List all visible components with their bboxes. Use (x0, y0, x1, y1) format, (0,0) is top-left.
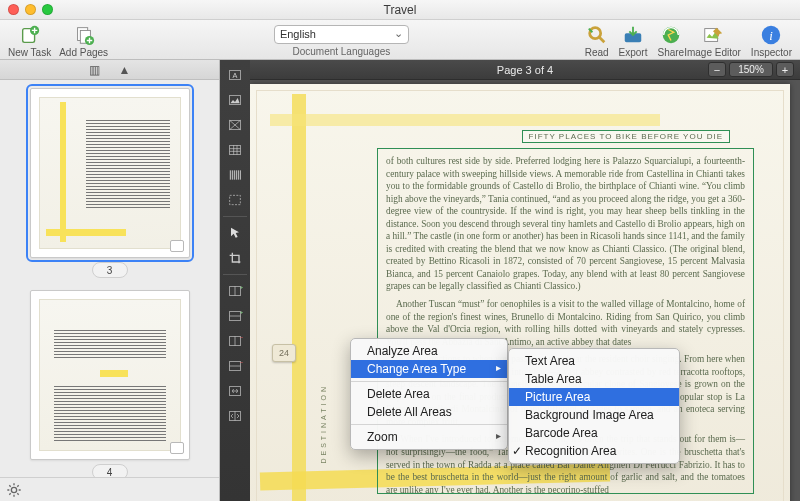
zoom-value[interactable]: 150% (729, 62, 773, 77)
add-horizontal-split-icon[interactable]: + (223, 305, 247, 327)
menu-item-change-area-type[interactable]: Change Area Type (351, 360, 507, 378)
page-highlight-stripe (292, 94, 306, 501)
thumbnail-page-status-icon (170, 240, 184, 252)
area-tool-strip: A + + − − (220, 60, 250, 501)
merge-cells-icon[interactable] (223, 380, 247, 402)
new-task-button[interactable]: New Task (8, 24, 51, 58)
thumbs-view-grid-icon[interactable]: ▥ (87, 63, 103, 77)
menu-item-zoom[interactable]: Zoom (351, 428, 507, 446)
svg-rect-17 (230, 195, 241, 204)
thumbnails-header: ▥ ▲ (0, 60, 219, 80)
thumbnails-list[interactable]: 3 4 (0, 80, 219, 477)
menu-item-delete-all-areas[interactable]: Delete All Areas (351, 403, 507, 421)
zoom-out-button[interactable]: − (708, 62, 726, 77)
read-icon (586, 24, 608, 46)
thumbnail-page-number: 4 (92, 464, 128, 477)
barcode-area-tool-icon[interactable] (223, 164, 247, 186)
thumbnails-gear-icon[interactable] (6, 482, 22, 498)
document-header: Page 3 of 4 − 150% + (250, 60, 800, 80)
new-task-icon (19, 24, 41, 46)
background-area-tool-icon[interactable] (223, 114, 247, 136)
thumbnail-page[interactable] (30, 88, 190, 258)
page-paragraph: of both cultures rest side by side. Pref… (386, 155, 745, 293)
image-editor-button[interactable]: Image Editor (684, 24, 741, 58)
split-cells-icon[interactable] (223, 405, 247, 427)
remove-vertical-split-icon[interactable]: − (223, 330, 247, 352)
svg-text:i: i (770, 28, 774, 42)
crop-tool-icon[interactable] (223, 247, 247, 269)
svg-text:A: A (233, 71, 238, 80)
context-submenu-area-type: Text Area Table Area Picture Area Backgr… (508, 348, 680, 464)
submenu-item-picture-area[interactable]: Picture Area (509, 388, 679, 406)
image-editor-label: Image Editor (684, 47, 741, 58)
menu-separator (351, 424, 507, 425)
zoom-in-button[interactable]: + (776, 62, 794, 77)
submenu-item-text-area[interactable]: Text Area (509, 352, 679, 370)
document-language-label: Document Languages (292, 46, 390, 57)
picture-area-tool-icon[interactable] (223, 89, 247, 111)
submenu-item-barcode-area[interactable]: Barcode Area (509, 424, 679, 442)
page-indicator: Page 3 of 4 (497, 64, 553, 76)
add-pages-icon (73, 24, 95, 46)
new-task-label: New Task (8, 47, 51, 58)
page-margin-label: DESTINATION (320, 384, 327, 464)
thumbnail-page-status-icon (170, 442, 184, 454)
read-button[interactable]: Read (585, 24, 609, 58)
remove-horizontal-split-icon[interactable]: − (223, 355, 247, 377)
thumbs-view-warning-icon[interactable]: ▲ (117, 63, 133, 77)
thumbnail-page[interactable] (30, 290, 190, 460)
svg-point-11 (11, 487, 16, 492)
submenu-item-background-image-area[interactable]: Background Image Area (509, 406, 679, 424)
document-language-value: English (280, 28, 316, 40)
table-area-tool-icon[interactable] (223, 139, 247, 161)
document-language-select[interactable]: English (274, 25, 409, 44)
thumbnails-pane: ▥ ▲ 3 4 (0, 60, 220, 501)
inspector-button[interactable]: i Inspector (751, 24, 792, 58)
svg-text:+: + (240, 309, 243, 315)
window-title: Travel (0, 3, 800, 17)
main-toolbar: New Task Add Pages English Document Lang… (0, 20, 800, 60)
share-icon (660, 24, 682, 46)
menu-item-analyze-area[interactable]: Analyze Area (351, 342, 507, 360)
submenu-item-table-area[interactable]: Table Area (509, 370, 679, 388)
share-label: Share (657, 47, 684, 58)
export-icon (622, 24, 644, 46)
pointer-tool-icon[interactable] (223, 222, 247, 244)
text-area-tool-icon[interactable]: A (223, 64, 247, 86)
svg-rect-16 (230, 145, 241, 154)
export-label: Export (619, 47, 648, 58)
menu-item-delete-area[interactable]: Delete Area (351, 385, 507, 403)
thumbnail-page-number: 3 (92, 262, 128, 278)
inspector-icon: i (760, 24, 782, 46)
add-pages-label: Add Pages (59, 47, 108, 58)
export-button[interactable]: Export (619, 24, 648, 58)
page-highlight-stripe (270, 114, 660, 126)
thumbnail-preview (39, 97, 181, 249)
svg-point-7 (663, 26, 680, 43)
window-titlebar: Travel (0, 0, 800, 20)
inspector-label: Inspector (751, 47, 792, 58)
svg-text:+: + (240, 284, 243, 290)
svg-text:−: − (240, 359, 243, 365)
menu-separator (351, 381, 507, 382)
add-vertical-split-icon[interactable]: + (223, 280, 247, 302)
thumbnails-footer (0, 477, 219, 501)
context-menu: Analyze Area Change Area Type Delete Are… (350, 338, 508, 450)
area-order-badge[interactable]: 24 (272, 344, 296, 362)
recognition-area-tool-icon[interactable] (223, 189, 247, 211)
thumbnail-preview (39, 299, 181, 451)
submenu-item-recognition-area[interactable]: Recognition Area (509, 442, 679, 460)
read-label: Read (585, 47, 609, 58)
page-header-chip: FIFTY PLACES TO BIKE BEFORE YOU DIE (522, 130, 730, 143)
image-editor-icon (702, 24, 724, 46)
share-button[interactable]: Share (657, 24, 684, 58)
add-pages-button[interactable]: Add Pages (59, 24, 108, 58)
svg-text:−: − (240, 334, 243, 340)
